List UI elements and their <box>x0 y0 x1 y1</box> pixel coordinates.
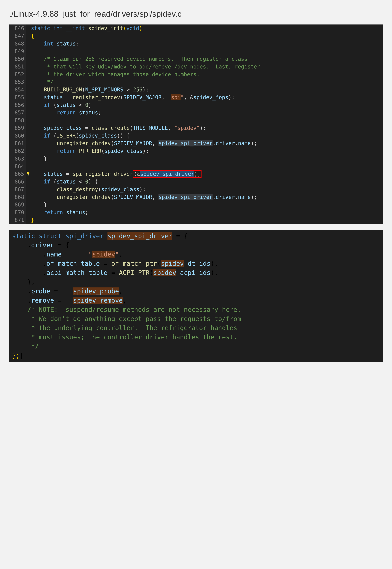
code-line: static struct spi_driver spidev_spi_driv… <box>12 232 383 241</box>
line-number: 858 <box>9 117 26 124</box>
code-line: 847{ <box>9 32 383 40</box>
line-number: 863 <box>9 155 26 163</box>
line-number: 865 <box>9 170 26 178</box>
code-line: 849 <box>9 47 383 55</box>
code-line: 856 if (status < 0) <box>9 101 383 109</box>
line-number: 870 <box>9 209 26 216</box>
code-line: 846static int __init spidev_init(void) <box>9 25 383 32</box>
line-number: 861 <box>9 139 26 147</box>
code-line: .driver = { <box>12 240 383 250</box>
line-number: 855 <box>9 93 26 101</box>
code-line: }, <box>12 277 383 287</box>
code-line: 857 return status; <box>9 109 383 117</box>
code-line: * the underlying controller. The refrige… <box>12 323 383 333</box>
line-number: 846 <box>9 25 26 32</box>
code-line: 850 /* Claim our 256 reserved device num… <box>9 55 383 63</box>
line-number: 851 <box>9 63 26 71</box>
code-line: * We don't do anything except pass the r… <box>12 314 383 324</box>
code-line: 854 BUILD_BUG_ON(N_SPI_MINORS > 256); <box>9 86 383 93</box>
code-line: 861 unregister_chrdev(SPIDEV_MAJOR, spid… <box>9 139 383 147</box>
line-number: 864 <box>9 163 26 170</box>
line-number: 853 <box>9 78 26 86</box>
line-number: 866 <box>9 178 26 186</box>
line-number: 856 <box>9 101 26 109</box>
code-line: .probe = spidev_probe, <box>12 287 383 296</box>
line-number: 847 <box>9 32 26 40</box>
line-number: 867 <box>9 186 26 193</box>
code-line: 864 <box>9 163 383 170</box>
line-number: 868 <box>9 193 26 201</box>
line-number: 849 <box>9 47 26 55</box>
code-line: * most issues; the controller driver han… <box>12 333 383 342</box>
code-line: /* NOTE: suspend/resume methods are not … <box>12 305 383 314</box>
lightbulb-icon[interactable]: 💡 <box>26 171 30 176</box>
line-number: 860 <box>9 132 26 140</box>
code-line: 863 } <box>9 155 383 163</box>
file-path-title: ./Linux-4.9.88_just_for_read/drivers/spi… <box>9 9 383 18</box>
line-number: 869 <box>9 201 26 209</box>
line-number: 871 <box>9 216 26 224</box>
code-line: 869 } <box>9 201 383 209</box>
code-line: 862 return PTR_ERR(spidev_class); <box>9 147 383 155</box>
line-number: 862 <box>9 147 26 155</box>
code-block-1: 846static int __init spidev_init(void)84… <box>9 25 383 224</box>
line-number: 854 <box>9 86 26 93</box>
code-line: 848 int status; <box>9 40 383 48</box>
line-number: 848 <box>9 40 26 48</box>
code-line: 852 * the driver which manages those dev… <box>9 71 383 78</box>
line-number: 852 <box>9 71 26 78</box>
code-line: */ <box>12 342 383 351</box>
code-line: .remove = spidev_remove, <box>12 296 383 305</box>
code-line: 859 spidev_class = class_create(THIS_MOD… <box>9 124 383 132</box>
line-number: 857 <box>9 109 26 117</box>
code-line: .acpi_match_table = ACPI_PTR(spidev_acpi… <box>12 268 383 277</box>
code-line: 851 * that will key udev/mdev to add/rem… <box>9 63 383 71</box>
code-line: 858 <box>9 117 383 124</box>
code-line: 855 status = register_chrdev(SPIDEV_MAJO… <box>9 93 383 101</box>
code-line: .name = "spidev", <box>12 250 383 259</box>
line-number: 850 <box>9 55 26 63</box>
code-line: 871} <box>9 216 383 224</box>
code-line: 865💡 status = spi_register_driver(&spide… <box>9 170 383 178</box>
code-line: 866 if (status < 0) { <box>9 178 383 186</box>
code-line: 853 */ <box>9 78 383 86</box>
code-block-2: static struct spi_driver spidev_spi_driv… <box>9 230 383 362</box>
code-line: .of_match_table = of_match_ptr(spidev_dt… <box>12 259 383 268</box>
code-line: 870 return status; <box>9 209 383 216</box>
line-number: 859 <box>9 124 26 132</box>
code-line: };| <box>12 351 383 360</box>
code-line: 867 class_destroy(spidev_class); <box>9 186 383 193</box>
code-line: 860 if (IS_ERR(spidev_class)) { <box>9 132 383 140</box>
code-line: 868 unregister_chrdev(SPIDEV_MAJOR, spid… <box>9 193 383 201</box>
